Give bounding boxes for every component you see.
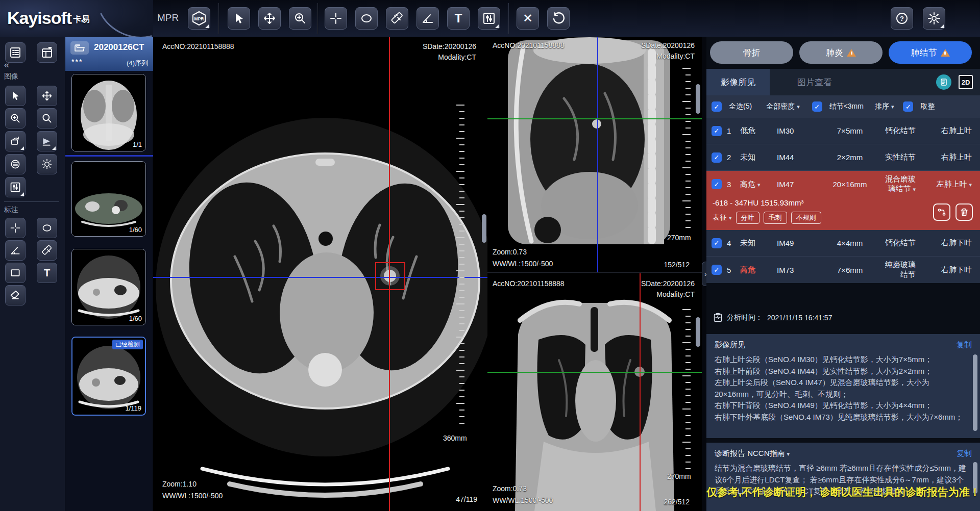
- tab-image-view[interactable]: 图片查看: [783, 69, 846, 95]
- risk-level-dropdown[interactable]: 高危▾: [740, 180, 772, 189]
- series-header[interactable]: 20200126CT *** (4)序列: [65, 37, 153, 71]
- axial-window: WW/WL:1500/-500: [162, 492, 223, 500]
- report-title[interactable]: 诊断报告 NCCN指南▾: [715, 449, 790, 458]
- report-bubble-button[interactable]: [936, 74, 951, 90]
- followup-compare-button[interactable]: [933, 203, 950, 221]
- collapse-rail-button[interactable]: «: [4, 60, 9, 70]
- delete-nodule-button[interactable]: [955, 203, 973, 221]
- zoom-tool-button[interactable]: [289, 7, 311, 30]
- reset-button[interactable]: [547, 7, 570, 30]
- ruler-tool-button[interactable]: [386, 7, 408, 30]
- nodule-row-4[interactable]: ✓ 4 未知 IM49 4×4mm 钙化结节 右肺下叶: [706, 230, 980, 257]
- feature-tag[interactable]: 不规则: [791, 212, 821, 224]
- rail-brightness-button[interactable]: [37, 154, 57, 174]
- nodule-location: 右肺上叶: [921, 126, 972, 136]
- pan-tool-button[interactable]: [258, 7, 281, 30]
- ellipse-tool-button[interactable]: [355, 7, 378, 30]
- folder-button[interactable]: [70, 41, 89, 55]
- clipboard-icon: [714, 313, 722, 322]
- axial-modality: Modality:CT: [438, 53, 476, 61]
- round-checkbox[interactable]: ✓: [903, 101, 913, 112]
- density-filter[interactable]: 全部密度▾: [766, 102, 800, 111]
- tab-pneumonia[interactable]: 肺炎: [799, 41, 883, 64]
- angle-tool-button[interactable]: [416, 7, 439, 30]
- feature-dropdown[interactable]: 表征▾: [713, 213, 732, 222]
- settings-button[interactable]: [923, 7, 945, 30]
- coronal-viewport[interactable]: AccNO:202101158888 SDate:20200126 Modali…: [487, 273, 702, 511]
- thumbnail-ct-detected[interactable]: 已经检测 1/119: [71, 337, 146, 416]
- rail-flip-button[interactable]: [37, 131, 57, 151]
- row-checkbox[interactable]: ✓: [712, 238, 722, 248]
- row-checkbox[interactable]: ✓: [712, 265, 722, 275]
- sagittal-viewport[interactable]: AccNO:202101158888 SDate:20200126 Modali…: [487, 37, 702, 273]
- pointer-tool-button[interactable]: [228, 7, 250, 30]
- coronal-crosshair-horizontal[interactable]: [487, 372, 702, 373]
- row-checkbox[interactable]: ✓: [712, 179, 722, 189]
- crosshair-tool-button[interactable]: [325, 7, 347, 30]
- thumbnail-ct-lung[interactable]: 1/60: [71, 249, 146, 325]
- axial-viewport[interactable]: AccNO:202101158888 SDate:20200126 Modali…: [153, 37, 487, 511]
- tab-fracture[interactable]: 骨折: [710, 41, 793, 64]
- nodule-row-5[interactable]: ✓ 5 高危 IM73 7×6mm 纯磨玻璃结节 右肺下叶: [706, 257, 980, 283]
- rail-eraser-button[interactable]: [5, 285, 26, 305]
- nodule-location-dropdown[interactable]: 左肺上叶▾: [921, 180, 972, 189]
- nodule-row-2[interactable]: ✓ 2 未知 IM44 2×2mm 实性结节 右肺上叶: [706, 144, 980, 171]
- sagittal-crosshair-horizontal[interactable]: [487, 118, 702, 119]
- tab-lung-nodule[interactable]: 肺结节: [889, 41, 972, 64]
- rail-invert-button[interactable]: [5, 154, 26, 174]
- rail-crosshair-button[interactable]: [5, 218, 26, 238]
- copy-findings-link[interactable]: 复制: [957, 340, 972, 350]
- findings-scrollbar[interactable]: [973, 354, 977, 431]
- rail-magnify-button[interactable]: [37, 108, 57, 129]
- feature-tag[interactable]: 分叶: [736, 212, 760, 224]
- close-series-button[interactable]: [37, 42, 57, 63]
- nodule-location: 右肺下叶: [921, 238, 972, 248]
- nodule-type-dropdown[interactable]: 混合磨玻璃结节▾: [885, 174, 916, 194]
- coronal-scale-label: 270mm: [667, 472, 691, 480]
- window-level-button[interactable]: [478, 7, 500, 30]
- rail-rotate-button[interactable]: [5, 131, 26, 151]
- crosshair-icon: [10, 222, 21, 234]
- rail-pointer-button[interactable]: [5, 86, 26, 106]
- rail-pan-button[interactable]: [37, 86, 57, 106]
- row-checkbox[interactable]: ✓: [712, 152, 722, 163]
- small-nodule-checkbox[interactable]: ✓: [812, 101, 822, 112]
- report-section: 诊断报告 NCCN指南▾ 复制 结节为混合磨玻璃结节，直径 ≥6mm 若≥6mm…: [706, 443, 980, 511]
- thumbnail-ct-soft[interactable]: 1/60: [71, 161, 146, 237]
- rail-text-button[interactable]: T: [37, 263, 57, 283]
- sort-filter[interactable]: 排序▾: [875, 102, 894, 111]
- nodule-row-1[interactable]: ✓ 1 低危 IM30 7×5mm 钙化结节 右肺上叶: [706, 118, 980, 144]
- round-label[interactable]: 取整: [920, 102, 935, 111]
- rail-ellipse-button[interactable]: [37, 218, 57, 238]
- logo-swoosh: [87, 0, 153, 37]
- select-all-checkbox[interactable]: ✓: [712, 101, 722, 112]
- rail-rectangle-button[interactable]: [5, 263, 26, 283]
- mpr-hexagon-icon: MPR: [191, 11, 207, 26]
- tab-findings[interactable]: 影像所见: [706, 69, 770, 95]
- coronal-crosshair-vertical[interactable]: [640, 273, 641, 511]
- sagittal-scrollbar[interactable]: [696, 84, 700, 114]
- copy-report-link[interactable]: 复制: [957, 449, 972, 458]
- rail-ruler-button[interactable]: [37, 240, 57, 261]
- mpr-button[interactable]: MPR: [188, 7, 210, 30]
- thumbnail-xray[interactable]: 1/1: [71, 74, 146, 151]
- select-all-label[interactable]: 全选(5): [729, 102, 752, 111]
- text-tool-button[interactable]: T: [447, 7, 470, 30]
- feature-tag[interactable]: 毛刺: [764, 212, 787, 224]
- sagittal-crosshair-vertical[interactable]: [597, 37, 598, 272]
- delete-annotation-button[interactable]: ✕: [517, 7, 539, 30]
- nodule-roi-box[interactable]: [375, 262, 405, 290]
- axial-scrollbar[interactable]: [482, 214, 486, 243]
- 2d-toggle-button[interactable]: 2D: [959, 75, 973, 89]
- rail-zoom-in-button[interactable]: [5, 108, 26, 129]
- rail-angle-button[interactable]: [5, 240, 26, 261]
- rail-window-level-button[interactable]: [5, 177, 26, 197]
- row-checkbox[interactable]: ✓: [712, 126, 722, 136]
- coronal-scrollbar[interactable]: [696, 317, 700, 347]
- nodule-row-3-selected[interactable]: ✓ 3 高危▾ IM47 20×16mm 混合磨玻璃结节▾ 左肺上叶▾ -618…: [706, 171, 980, 230]
- zoom-in-icon: [10, 113, 21, 124]
- sagittal-zoom: Zoom:0.73: [493, 248, 527, 256]
- help-button[interactable]: ?: [891, 7, 913, 30]
- small-nodule-label[interactable]: 结节<3mm: [829, 102, 864, 111]
- axial-crosshair-horizontal[interactable]: [153, 277, 487, 278]
